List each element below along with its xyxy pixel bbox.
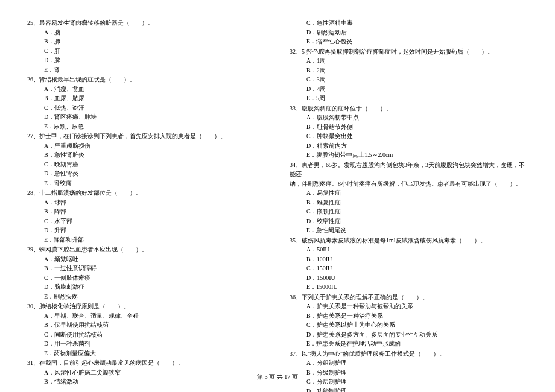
q36-opt-b: B．护患关系是一种治疗关系 [290,311,528,321]
q33-opt-c: C．肿块最突出处 [290,131,528,141]
q28-stem: 28、十二指肠溃疡的好发部位是（ ）。 [27,188,265,198]
q35-opt-b: B．100IU [290,254,528,264]
q26-stem: 26、肾结核最早出现的症状是（ ）。 [27,75,265,84]
q31-stem: 31、在我国，目前引起心房颤动最常见的病因是（ ）。 [27,358,265,368]
q36-stem: 36、下列关于护患关系的理解不正确的是（ ）。 [290,292,528,302]
q31-opt-d: D．剧烈运动后 [290,28,528,37]
q31-opt-c: C．急性酒精中毒 [290,18,528,28]
q30-opt-c: C．间断使用抗结核药 [27,330,265,340]
q35-opt-e: E．15000IU [290,282,528,292]
q33-opt-e: E．腹股沟韧带中点上1.5～2.0cm [290,150,528,160]
q29-opt-d: D．脑膜刺激征 [27,282,265,292]
question-34: 34、患者男，65岁。发现右腹股沟内侧包块3年余，3天前腹股沟包块突然增大，变硬… [290,160,528,235]
q27-opt-d: D．急性肾炎 [27,169,265,179]
question-31-cont: C．急性酒精中毒 D．剧烈运动后 E．缩窄性心包炎 [290,18,528,46]
q28-opt-a: A．球部 [27,198,265,207]
q35-opt-a: A．50IU [290,245,528,254]
q34-opt-b: B．难复性疝 [290,198,528,207]
q29-opt-b: B．一过性意识障碍 [27,264,265,273]
question-33: 33、腹股沟斜疝的疝环位于（ ）。 A．腹股沟韧带中点 B．耻骨结节外侧 C．肿… [290,104,528,160]
q28-opt-d: D．升部 [27,226,265,235]
q32-opt-c: C．3周 [290,75,528,84]
q34-opt-c: C．嵌顿性疝 [290,207,528,217]
q25-stem: 25、最容易发生肾肉瘤转移的脏器是（ ）。 [27,18,265,28]
q25-opt-c: C．肝 [27,46,265,56]
q34-opt-d: D．绞窄性疝 [290,217,528,226]
question-37: 37、以"病人为中心"的优质护理服务工作模式是（ ）。 A．分组制护理 B．分级… [290,349,528,393]
left-column: 25、最容易发生肾肉瘤转移的脏器是（ ）。 A．脑 B．肺 C．肝 D．脾 E．… [27,18,265,368]
q32-opt-a: A．1周 [290,56,528,66]
q32-opt-b: B．2周 [290,66,528,75]
question-29: 29、蛛网膜下腔出血患者不应出现（ ）。 A．频繁呕吐 B．一过性意识障碍 C．… [27,245,265,301]
q27-opt-e: E．肾绞痛 [27,179,265,188]
q31-opt-e: E．缩窄性心包炎 [290,37,528,46]
q29-opt-c: C．一侧肢体瘫痪 [27,273,265,283]
q30-opt-e: E．药物剂量应偏大 [27,349,265,358]
q26-opt-e: E．尿频、尿急 [27,122,265,131]
question-27: 27、护士甲，在门诊接诊到下列患者，首先应安排入院的患者是（ ）。 A．严重颅脑… [27,131,265,188]
q26-opt-d: D．肾区疼痛、肿块 [27,112,265,122]
q28-opt-b: B．降部 [27,207,265,217]
q27-opt-b: B．急性肾脏炎 [27,150,265,160]
q34-opt-a: A．易复性疝 [290,188,528,198]
q27-opt-c: C．晚期胃癌 [27,160,265,169]
page-footer: 第 3 页 共 17 页 [0,373,555,381]
question-30: 30、肺结核化学治疗原则是（ ）。 A．早期、联合、适量、规律、全程 B．仅早期… [27,302,265,358]
q25-opt-b: B．肺 [27,37,265,46]
q33-stem: 33、腹股沟斜疝的疝环位于（ ）。 [290,104,528,113]
q29-opt-a: A．频繁呕吐 [27,254,265,264]
q25-opt-a: A．脑 [27,28,265,37]
q36-opt-a: A．护患关系是一种帮助与被帮助的关系 [290,302,528,311]
q36-opt-d: D．护患关系是多方面、多层面的专业性互动关系 [290,330,528,340]
q28-opt-c: C．水平部 [27,217,265,226]
q32-opt-d: D．4周 [290,84,528,94]
q30-stem: 30、肺结核化学治疗原则是（ ）。 [27,302,265,311]
q26-opt-a: A．消瘦、贫血 [27,84,265,94]
question-35: 35、破伤风抗毒素皮试液的标准是每1ml皮试液含破伤风抗毒素（ ）。 A．50I… [290,236,528,292]
q32-opt-e: E．5周 [290,93,528,103]
q35-opt-c: C．150IU [290,264,528,273]
question-36: 36、下列关于护患关系的理解不正确的是（ ）。 A．护患关系是一种帮助与被帮助的… [290,292,528,349]
right-column: C．急性酒精中毒 D．剧烈运动后 E．缩窄性心包炎 32、5-羟色胺再摄取抑制剂… [290,18,528,368]
question-32: 32、5-羟色胺再摄取抑制剂治疗抑郁症时，起效时间是开始服药后（ ）。 A．1周… [290,47,528,103]
q27-stem: 27、护士甲，在门诊接诊到下列患者，首先应安排入院的患者是（ ）。 [27,131,265,141]
q35-stem: 35、破伤风抗毒素皮试液的标准是每1ml皮试液含破伤风抗毒素（ ）。 [290,236,528,245]
q37-opt-d: D．功能制护理 [290,387,528,393]
q28-opt-e: E．降部和升部 [27,235,265,245]
q26-opt-c: C．低热、盗汗 [27,103,265,113]
q34-stem1: 34、患者男，65岁。发现右腹股沟内侧包块3年余，3天前腹股沟包块突然增大，变硬… [290,160,528,179]
q35-opt-d: D．1500IU [290,273,528,283]
q33-opt-d: D．精索前内方 [290,141,528,151]
question-25: 25、最容易发生肾肉瘤转移的脏器是（ ）。 A．脑 B．肺 C．肝 D．脾 E．… [27,18,265,74]
q30-opt-a: A．早期、联合、适量、规律、全程 [27,311,265,321]
q33-opt-a: A．腹股沟韧带中点 [290,113,528,122]
q30-opt-d: D．用一种杀菌剂 [27,339,265,349]
q25-opt-e: E．肾 [27,65,265,75]
q36-opt-c: C．护患关系以护士为中心的关系 [290,320,528,330]
q29-stem: 29、蛛网膜下腔出血患者不应出现（ ）。 [27,245,265,254]
q30-opt-b: B．仅早期使用抗结核药 [27,320,265,330]
question-26: 26、肾结核最早出现的症状是（ ）。 A．消瘦、贫血 B．血尿、脓尿 C．低热、… [27,75,265,131]
q32-stem: 32、5-羟色胺再摄取抑制剂治疗抑郁症时，起效时间是开始服药后（ ）。 [290,47,528,57]
q34-opt-e: E．急性阑尾炎 [290,226,528,235]
q27-opt-a: A．严重颅脑损伤 [27,141,265,151]
question-28: 28、十二指肠溃疡的好发部位是（ ）。 A．球部 B．降部 C．水平部 D．升部… [27,188,265,244]
content-columns: 25、最容易发生肾肉瘤转移的脏器是（ ）。 A．脑 B．肺 C．肝 D．脾 E．… [27,18,528,368]
q29-opt-e: E．剧烈头疼 [27,292,265,302]
q37-opt-a: A．分组制护理 [290,358,528,368]
q37-stem: 37、以"病人为中心"的优质护理服务工作模式是（ ）。 [290,349,528,359]
q34-stem2: 纳，伴剧烈疼痛。8小时前疼痛有所缓解，但出现发热。患者最有可能出现了（ ）。 [290,179,528,189]
q33-opt-b: B．耻骨结节外侧 [290,122,528,132]
q36-opt-e: E．护患关系是在护理活动中形成的 [290,339,528,349]
q25-opt-d: D．脾 [27,55,265,65]
q26-opt-b: B．血尿、脓尿 [27,93,265,103]
